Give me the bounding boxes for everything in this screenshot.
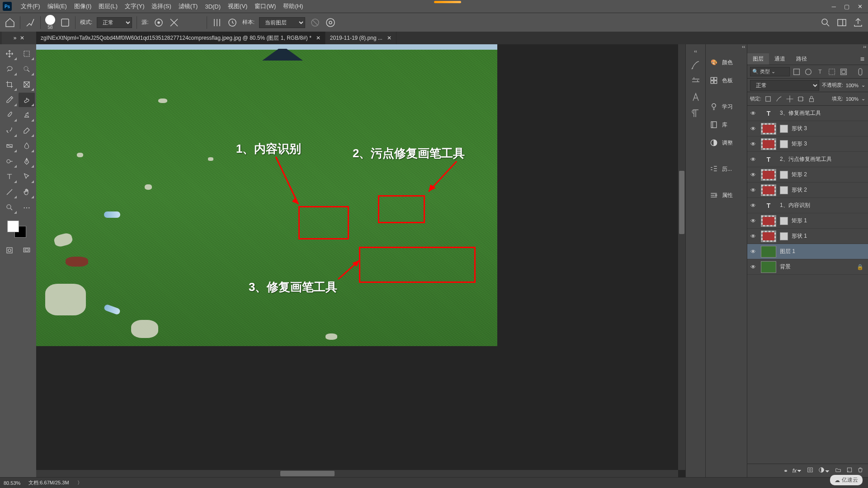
visibility-toggle-icon[interactable]: 👁 xyxy=(749,249,757,255)
layer-mask-icon[interactable] xyxy=(807,467,814,474)
visibility-toggle-icon[interactable]: 👁 xyxy=(749,218,757,224)
blend-mode-select[interactable]: 正常 xyxy=(97,17,132,28)
close-icon[interactable]: ✕ xyxy=(20,35,24,41)
layer-name[interactable]: 矩形 2 xyxy=(792,171,807,178)
visibility-toggle-icon[interactable]: 👁 xyxy=(749,233,757,239)
legacy-icon[interactable] xyxy=(227,17,238,28)
layer-row[interactable]: 👁矩形 2 xyxy=(747,167,868,183)
blur-tool[interactable] xyxy=(19,139,35,153)
source-sampled-icon[interactable] xyxy=(153,17,164,28)
expand-icon[interactable]: ‹‹ xyxy=(742,44,745,53)
path-select-tool[interactable] xyxy=(19,169,35,184)
panel-adjustments[interactable]: 调整 xyxy=(706,134,747,152)
layer-name[interactable]: 背景 xyxy=(780,263,791,271)
document-tab-inactive[interactable]: 2019-11-19 (8).png ... ✕ xyxy=(326,32,396,44)
fill-value[interactable]: 100% xyxy=(846,96,859,102)
horizontal-scrollbar[interactable] xyxy=(36,470,678,477)
panel-properties[interactable]: 属性 xyxy=(706,186,747,204)
opacity-value[interactable]: 100% xyxy=(846,83,859,88)
panel-learn[interactable]: 学习 xyxy=(706,98,747,116)
type-tool[interactable] xyxy=(1,169,18,184)
layer-row[interactable]: 👁形状 1 xyxy=(747,229,868,244)
quick-mask-icon[interactable] xyxy=(3,244,16,256)
dodge-tool[interactable] xyxy=(1,154,18,169)
layer-name[interactable]: 2、污点修复画笔工具 xyxy=(780,155,832,163)
delete-layer-icon[interactable] xyxy=(857,467,863,474)
brush-settings-panel-icon[interactable] xyxy=(690,75,701,86)
marquee-tool[interactable] xyxy=(19,47,35,61)
pressure-icon[interactable] xyxy=(325,17,336,28)
visibility-toggle-icon[interactable]: 👁 xyxy=(749,187,757,193)
visibility-toggle-icon[interactable]: 👁 xyxy=(749,156,757,163)
layer-row[interactable]: 👁矩形 1 xyxy=(747,213,868,229)
history-brush-tool[interactable] xyxy=(1,123,18,138)
layer-name[interactable]: 1、内容识别 xyxy=(780,202,810,209)
tab-channels[interactable]: 通道 xyxy=(769,53,791,65)
document-canvas[interactable]: 1、内容识别 2、污点修复画笔工具 3、修复画笔工具 xyxy=(36,44,497,346)
visibility-toggle-icon[interactable]: 👁 xyxy=(749,202,757,209)
brush-preview[interactable]: 58 xyxy=(45,15,55,30)
filter-smart-icon[interactable] xyxy=(839,68,849,76)
source-pattern-icon[interactable] xyxy=(169,17,179,28)
filter-pixel-icon[interactable] xyxy=(792,68,802,76)
lock-pixels-icon[interactable] xyxy=(775,95,783,103)
brush-tool[interactable] xyxy=(1,108,18,122)
menu-edit[interactable]: 编辑(E) xyxy=(44,2,71,10)
panel-history[interactable]: 历... xyxy=(706,160,747,178)
crop-tool[interactable] xyxy=(1,77,18,92)
tab-paths[interactable]: 路径 xyxy=(791,53,812,65)
layer-row[interactable]: 👁T2、污点修复画笔工具 xyxy=(747,152,868,167)
adjustment-layer-icon[interactable]: ⏷ xyxy=(818,467,830,474)
window-close-icon[interactable]: ✕ xyxy=(858,3,863,10)
panel-swatches[interactable]: 色板 xyxy=(706,71,747,89)
layer-row[interactable]: 👁图层 1 xyxy=(747,244,868,259)
hand-tool[interactable] xyxy=(19,185,35,199)
lasso-tool[interactable] xyxy=(1,62,18,76)
more-tools[interactable]: ⋯ xyxy=(19,200,35,215)
shape-tool[interactable] xyxy=(1,185,18,199)
layer-row[interactable]: 👁T3、修复画笔工具 xyxy=(747,106,868,121)
document-tab-active[interactable]: zgINExXtNpml=Ta9xJ25Qobd4Mf0lW60d1qd1535… xyxy=(36,32,326,44)
window-maximize-icon[interactable]: ▢ xyxy=(844,3,849,10)
frame-tool[interactable] xyxy=(19,77,35,92)
workspace-icon[interactable] xyxy=(836,17,847,28)
layer-name[interactable]: 3、修复画笔工具 xyxy=(780,109,821,117)
menu-help[interactable]: 帮助(H) xyxy=(279,2,307,10)
layer-name[interactable]: 矩形 3 xyxy=(792,140,807,148)
layer-name[interactable]: 矩形 1 xyxy=(792,217,807,225)
character-panel-icon[interactable] xyxy=(690,92,701,103)
layer-name[interactable]: 形状 2 xyxy=(792,186,807,194)
layer-row[interactable]: 👁T1、内容识别 xyxy=(747,198,868,213)
lock-position-icon[interactable] xyxy=(786,95,794,103)
layer-row[interactable]: 👁矩形 3 xyxy=(747,136,868,152)
collapse-icon[interactable]: ›› xyxy=(863,44,866,53)
visibility-toggle-icon[interactable]: 👁 xyxy=(749,141,757,147)
filter-shape-icon[interactable] xyxy=(827,68,837,76)
menu-filter[interactable]: 滤镜(T) xyxy=(175,2,202,10)
quick-select-tool[interactable] xyxy=(19,62,35,76)
canvas-area[interactable]: 1、内容识别 2、污点修复画笔工具 3、修复画笔工具 xyxy=(36,44,685,477)
tab-close-icon[interactable]: ✕ xyxy=(316,35,321,41)
lock-artboard-icon[interactable] xyxy=(797,95,805,103)
clone-stamp-tool[interactable] xyxy=(19,108,35,122)
filter-type-icon[interactable]: T xyxy=(815,68,825,76)
visibility-toggle-icon[interactable]: 👁 xyxy=(749,172,757,178)
color-swatches[interactable] xyxy=(1,218,35,240)
layer-blend-select[interactable]: 正常 xyxy=(750,80,819,91)
tool-preset-icon[interactable] xyxy=(25,17,36,28)
group-icon[interactable] xyxy=(835,467,842,474)
chevron-right-icon[interactable]: 〉 xyxy=(77,479,82,486)
eyedropper-tool[interactable] xyxy=(1,93,18,107)
menu-layer[interactable]: 图层(L) xyxy=(95,2,121,10)
visibility-toggle-icon[interactable]: 👁 xyxy=(749,126,757,132)
tab-layers[interactable]: 图层 xyxy=(747,53,769,65)
layer-filter-select[interactable]: 🔍 类型 ⌄ xyxy=(750,67,790,76)
lock-transparent-icon[interactable] xyxy=(764,95,772,103)
link-layers-icon[interactable]: ⚭ xyxy=(783,468,788,474)
menu-select[interactable]: 选择(S) xyxy=(148,2,175,10)
panel-libraries[interactable]: 库 xyxy=(706,116,747,134)
brushes-panel-icon[interactable] xyxy=(690,59,701,70)
gradient-tool[interactable] xyxy=(1,139,18,153)
filter-toggle-icon[interactable] xyxy=(855,68,865,76)
visibility-toggle-icon[interactable]: 👁 xyxy=(749,110,757,117)
